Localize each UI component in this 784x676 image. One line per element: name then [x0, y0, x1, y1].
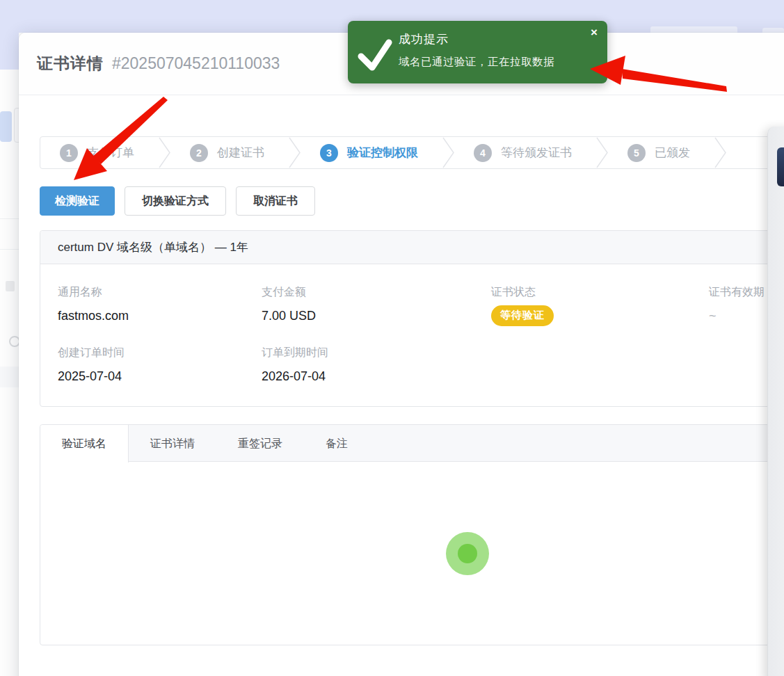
chevron-separator-icon: [595, 137, 609, 168]
step-label: 等待颁发证书: [501, 145, 572, 161]
progress-stepper: 1 支付订单 2 创建证书 3 验证控制权限 4 等待颁发证书: [40, 136, 784, 169]
modal-title: 证书详情: [37, 53, 104, 74]
tab-cert-details[interactable]: 证书详情: [129, 425, 216, 461]
certificate-fields: 通用名称 fastmos.com 支付金额 7.00 USD 证书状态 等待验证…: [40, 264, 784, 406]
check-verification-button[interactable]: 检测验证: [40, 186, 115, 216]
step-create-cert: 2 创建证书: [190, 144, 264, 162]
certificate-info-card: certum DV 域名级（单域名） — 1年 通用名称 fastmos.com…: [40, 230, 784, 407]
chevron-separator-icon: [442, 137, 456, 168]
tab-remarks[interactable]: 备注: [304, 425, 369, 461]
toast-close-icon[interactable]: ×: [591, 26, 598, 40]
field-order-created: 创建订单时间 2025-07-04: [58, 346, 125, 384]
screen: 证书详情 #202507045210110033 1 支付订单 2 创建证书 3…: [0, 0, 784, 676]
step-verify-control: 3 验证控制权限: [320, 144, 418, 162]
loading-spinner-icon: [446, 532, 489, 575]
step-wait-issue: 4 等待颁发证书: [474, 144, 572, 162]
tab-bar: 验证域名 证书详情 重签记录 备注: [40, 425, 784, 462]
step-number: 4: [474, 144, 492, 162]
tab-verify-domain[interactable]: 验证域名: [40, 425, 129, 462]
step-label: 支付订单: [87, 145, 134, 161]
step-number: 2: [190, 144, 208, 162]
field-value: 2025-07-04: [58, 369, 125, 384]
order-number: #202507045210110033: [112, 54, 280, 73]
tab-reissue-records[interactable]: 重签记录: [216, 425, 304, 461]
tab-content: [40, 462, 784, 645]
success-toast: 成功提示 域名已通过验证，正在拉取数据 ×: [348, 21, 607, 83]
background-topbar-left: [0, 33, 19, 70]
background-divider: [0, 249, 19, 250]
chevron-separator-icon: [288, 137, 302, 168]
field-cert-status: 证书状态 等待验证: [491, 285, 554, 326]
field-payment-amount: 支付金额 7.00 USD: [262, 285, 316, 323]
action-buttons: 检测验证 切换验证方式 取消证书: [40, 186, 784, 216]
switch-verification-method-button[interactable]: 切换验证方式: [125, 186, 226, 216]
detail-tabs-panel: 验证域名 证书详情 重签记录 备注: [40, 424, 784, 645]
field-label: 支付金额: [262, 285, 316, 300]
cancel-certificate-button[interactable]: 取消证书: [236, 186, 315, 216]
field-value: 7.00 USD: [262, 309, 316, 323]
field-order-expiry: 订单到期时间 2026-07-04: [262, 346, 328, 384]
background-partial-button: [0, 111, 12, 142]
product-title: certum DV 域名级（单域名） — 1年: [40, 231, 784, 264]
step-pay-order: 1 支付订单: [40, 144, 134, 162]
field-cert-validity: 证书有效期 ~: [709, 285, 765, 323]
field-value: ~: [709, 309, 765, 323]
chevron-separator-icon: [158, 137, 172, 168]
right-panel-button[interactable]: [777, 147, 784, 186]
step-number: 5: [627, 144, 646, 162]
certificate-detail-modal: 证书详情 #202507045210110033 1 支付订单 2 创建证书 3…: [19, 33, 784, 676]
field-label: 订单到期时间: [262, 346, 328, 360]
background-text-fragment: [6, 281, 15, 291]
check-icon: [357, 33, 393, 72]
field-value: fastmos.com: [58, 309, 129, 323]
toast-title: 成功提示: [399, 31, 449, 47]
step-issued: 5 已颁发: [627, 144, 690, 162]
step-label: 创建证书: [217, 145, 264, 161]
field-common-name: 通用名称 fastmos.com: [58, 285, 129, 323]
status-badge: 等待验证: [491, 305, 554, 326]
chevron-separator-icon: [714, 137, 728, 168]
background-row: [0, 367, 19, 387]
field-label: 证书状态: [491, 285, 554, 300]
right-side-panel[interactable]: [767, 127, 784, 676]
field-value: 2026-07-04: [262, 369, 328, 384]
step-number: 3: [320, 144, 338, 162]
field-label: 证书有效期: [709, 285, 765, 300]
step-label: 验证控制权限: [347, 145, 418, 161]
modal-body: 1 支付订单 2 创建证书 3 验证控制权限 4 等待颁发证书: [19, 136, 784, 645]
step-label: 已颁发: [655, 145, 690, 161]
toast-message: 域名已通过验证，正在拉取数据: [399, 55, 554, 70]
background-divider: [0, 218, 19, 219]
field-label: 创建订单时间: [58, 346, 125, 360]
step-number: 1: [60, 144, 78, 162]
field-label: 通用名称: [58, 285, 129, 300]
